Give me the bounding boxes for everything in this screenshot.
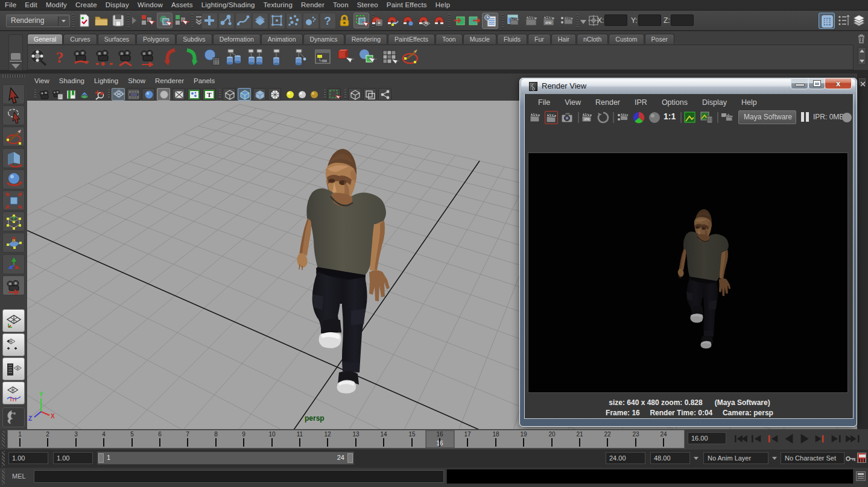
svg-text:IPR: IPR <box>545 21 552 25</box>
svg-text:21: 21 <box>576 431 583 438</box>
svg-text:18: 18 <box>492 431 499 438</box>
svg-text:11: 11 <box>297 431 303 438</box>
svg-text:7: 7 <box>186 431 189 438</box>
svg-text:14: 14 <box>380 431 387 438</box>
svg-text:?: ? <box>324 14 331 27</box>
svg-text:24: 24 <box>660 431 667 438</box>
svg-text:1: 1 <box>18 431 22 438</box>
svg-text:15: 15 <box>408 431 416 438</box>
svg-text:?: ? <box>56 49 64 66</box>
svg-text:9: 9 <box>242 431 246 438</box>
svg-text:X: X <box>51 413 55 419</box>
svg-text:Y: Y <box>39 391 43 398</box>
svg-text:Z: Z <box>28 415 32 422</box>
svg-text:8: 8 <box>214 431 218 438</box>
svg-text:3: 3 <box>74 431 78 438</box>
svg-text:T: T <box>207 91 212 98</box>
svg-text:IPR: IPR <box>584 118 589 121</box>
svg-text:16: 16 <box>436 431 443 438</box>
svg-text:17: 17 <box>464 431 471 438</box>
svg-text:19: 19 <box>520 431 527 438</box>
svg-text:22: 22 <box>604 431 611 438</box>
svg-text:5: 5 <box>130 431 134 438</box>
svg-text:4: 4 <box>102 431 106 438</box>
svg-text:23: 23 <box>632 431 639 438</box>
svg-text:2: 2 <box>46 431 49 438</box>
svg-text:20: 20 <box>548 431 556 438</box>
svg-text:persp: persp <box>305 414 325 423</box>
svg-text:16: 16 <box>436 440 443 447</box>
svg-text:6: 6 <box>158 431 162 438</box>
svg-text:10: 10 <box>268 431 276 438</box>
svg-text:13: 13 <box>352 431 360 438</box>
svg-text:12: 12 <box>324 431 331 438</box>
